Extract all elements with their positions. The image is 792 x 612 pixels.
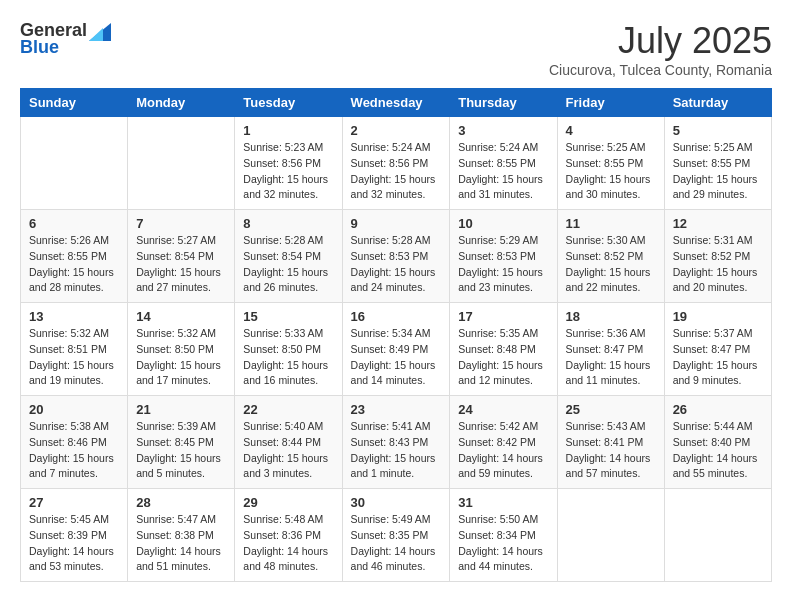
day-details: Sunrise: 5:28 AM Sunset: 8:53 PM Dayligh…: [351, 233, 442, 296]
day-details: Sunrise: 5:39 AM Sunset: 8:45 PM Dayligh…: [136, 419, 226, 482]
calendar-cell: 30Sunrise: 5:49 AM Sunset: 8:35 PM Dayli…: [342, 489, 450, 582]
day-details: Sunrise: 5:26 AM Sunset: 8:55 PM Dayligh…: [29, 233, 119, 296]
calendar-week-row: 27Sunrise: 5:45 AM Sunset: 8:39 PM Dayli…: [21, 489, 772, 582]
calendar-header-saturday: Saturday: [664, 89, 771, 117]
day-details: Sunrise: 5:23 AM Sunset: 8:56 PM Dayligh…: [243, 140, 333, 203]
calendar-cell: [557, 489, 664, 582]
month-title: July 2025: [549, 20, 772, 62]
day-details: Sunrise: 5:24 AM Sunset: 8:56 PM Dayligh…: [351, 140, 442, 203]
day-details: Sunrise: 5:50 AM Sunset: 8:34 PM Dayligh…: [458, 512, 548, 575]
day-number: 15: [243, 309, 333, 324]
day-number: 18: [566, 309, 656, 324]
day-number: 21: [136, 402, 226, 417]
day-details: Sunrise: 5:34 AM Sunset: 8:49 PM Dayligh…: [351, 326, 442, 389]
calendar-cell: 17Sunrise: 5:35 AM Sunset: 8:48 PM Dayli…: [450, 303, 557, 396]
logo-icon: [89, 23, 111, 41]
day-number: 17: [458, 309, 548, 324]
day-details: Sunrise: 5:47 AM Sunset: 8:38 PM Dayligh…: [136, 512, 226, 575]
day-details: Sunrise: 5:49 AM Sunset: 8:35 PM Dayligh…: [351, 512, 442, 575]
calendar-cell: 21Sunrise: 5:39 AM Sunset: 8:45 PM Dayli…: [128, 396, 235, 489]
calendar-cell: 16Sunrise: 5:34 AM Sunset: 8:49 PM Dayli…: [342, 303, 450, 396]
day-details: Sunrise: 5:25 AM Sunset: 8:55 PM Dayligh…: [566, 140, 656, 203]
logo-blue-text: Blue: [20, 37, 59, 58]
day-details: Sunrise: 5:42 AM Sunset: 8:42 PM Dayligh…: [458, 419, 548, 482]
day-details: Sunrise: 5:31 AM Sunset: 8:52 PM Dayligh…: [673, 233, 763, 296]
calendar-week-row: 13Sunrise: 5:32 AM Sunset: 8:51 PM Dayli…: [21, 303, 772, 396]
calendar-cell: 10Sunrise: 5:29 AM Sunset: 8:53 PM Dayli…: [450, 210, 557, 303]
calendar-cell: 6Sunrise: 5:26 AM Sunset: 8:55 PM Daylig…: [21, 210, 128, 303]
day-number: 31: [458, 495, 548, 510]
day-number: 12: [673, 216, 763, 231]
day-number: 7: [136, 216, 226, 231]
day-details: Sunrise: 5:38 AM Sunset: 8:46 PM Dayligh…: [29, 419, 119, 482]
day-details: Sunrise: 5:41 AM Sunset: 8:43 PM Dayligh…: [351, 419, 442, 482]
logo: General Blue: [20, 20, 111, 58]
day-number: 26: [673, 402, 763, 417]
day-details: Sunrise: 5:32 AM Sunset: 8:50 PM Dayligh…: [136, 326, 226, 389]
day-number: 23: [351, 402, 442, 417]
day-details: Sunrise: 5:27 AM Sunset: 8:54 PM Dayligh…: [136, 233, 226, 296]
calendar-week-row: 20Sunrise: 5:38 AM Sunset: 8:46 PM Dayli…: [21, 396, 772, 489]
calendar-week-row: 1Sunrise: 5:23 AM Sunset: 8:56 PM Daylig…: [21, 117, 772, 210]
day-number: 9: [351, 216, 442, 231]
day-details: Sunrise: 5:48 AM Sunset: 8:36 PM Dayligh…: [243, 512, 333, 575]
day-number: 20: [29, 402, 119, 417]
calendar-cell: 24Sunrise: 5:42 AM Sunset: 8:42 PM Dayli…: [450, 396, 557, 489]
calendar-header-sunday: Sunday: [21, 89, 128, 117]
day-number: 8: [243, 216, 333, 231]
location-text: Ciucurova, Tulcea County, Romania: [549, 62, 772, 78]
day-details: Sunrise: 5:40 AM Sunset: 8:44 PM Dayligh…: [243, 419, 333, 482]
day-number: 10: [458, 216, 548, 231]
calendar-cell: [664, 489, 771, 582]
day-details: Sunrise: 5:35 AM Sunset: 8:48 PM Dayligh…: [458, 326, 548, 389]
day-details: Sunrise: 5:32 AM Sunset: 8:51 PM Dayligh…: [29, 326, 119, 389]
day-details: Sunrise: 5:30 AM Sunset: 8:52 PM Dayligh…: [566, 233, 656, 296]
calendar-cell: 4Sunrise: 5:25 AM Sunset: 8:55 PM Daylig…: [557, 117, 664, 210]
day-details: Sunrise: 5:43 AM Sunset: 8:41 PM Dayligh…: [566, 419, 656, 482]
day-number: 2: [351, 123, 442, 138]
day-number: 1: [243, 123, 333, 138]
calendar-header-monday: Monday: [128, 89, 235, 117]
day-number: 25: [566, 402, 656, 417]
calendar-body: 1Sunrise: 5:23 AM Sunset: 8:56 PM Daylig…: [21, 117, 772, 582]
day-number: 19: [673, 309, 763, 324]
day-details: Sunrise: 5:29 AM Sunset: 8:53 PM Dayligh…: [458, 233, 548, 296]
calendar-cell: 7Sunrise: 5:27 AM Sunset: 8:54 PM Daylig…: [128, 210, 235, 303]
day-details: Sunrise: 5:33 AM Sunset: 8:50 PM Dayligh…: [243, 326, 333, 389]
title-block: July 2025 Ciucurova, Tulcea County, Roma…: [549, 20, 772, 78]
day-number: 6: [29, 216, 119, 231]
calendar-cell: 29Sunrise: 5:48 AM Sunset: 8:36 PM Dayli…: [235, 489, 342, 582]
calendar-header-row: SundayMondayTuesdayWednesdayThursdayFrid…: [21, 89, 772, 117]
calendar-cell: 11Sunrise: 5:30 AM Sunset: 8:52 PM Dayli…: [557, 210, 664, 303]
day-details: Sunrise: 5:36 AM Sunset: 8:47 PM Dayligh…: [566, 326, 656, 389]
calendar-cell: 14Sunrise: 5:32 AM Sunset: 8:50 PM Dayli…: [128, 303, 235, 396]
calendar-header-thursday: Thursday: [450, 89, 557, 117]
calendar-cell: 9Sunrise: 5:28 AM Sunset: 8:53 PM Daylig…: [342, 210, 450, 303]
day-number: 5: [673, 123, 763, 138]
calendar-cell: 25Sunrise: 5:43 AM Sunset: 8:41 PM Dayli…: [557, 396, 664, 489]
calendar-week-row: 6Sunrise: 5:26 AM Sunset: 8:55 PM Daylig…: [21, 210, 772, 303]
calendar-header-friday: Friday: [557, 89, 664, 117]
day-details: Sunrise: 5:37 AM Sunset: 8:47 PM Dayligh…: [673, 326, 763, 389]
calendar-table: SundayMondayTuesdayWednesdayThursdayFrid…: [20, 88, 772, 582]
day-number: 29: [243, 495, 333, 510]
day-number: 11: [566, 216, 656, 231]
calendar-cell: 27Sunrise: 5:45 AM Sunset: 8:39 PM Dayli…: [21, 489, 128, 582]
day-number: 13: [29, 309, 119, 324]
calendar-header-tuesday: Tuesday: [235, 89, 342, 117]
day-number: 4: [566, 123, 656, 138]
day-number: 28: [136, 495, 226, 510]
calendar-cell: 5Sunrise: 5:25 AM Sunset: 8:55 PM Daylig…: [664, 117, 771, 210]
calendar-cell: 19Sunrise: 5:37 AM Sunset: 8:47 PM Dayli…: [664, 303, 771, 396]
day-number: 22: [243, 402, 333, 417]
calendar-cell: [128, 117, 235, 210]
calendar-cell: 22Sunrise: 5:40 AM Sunset: 8:44 PM Dayli…: [235, 396, 342, 489]
day-number: 24: [458, 402, 548, 417]
svg-marker-1: [89, 28, 103, 41]
calendar-cell: 31Sunrise: 5:50 AM Sunset: 8:34 PM Dayli…: [450, 489, 557, 582]
calendar-cell: 23Sunrise: 5:41 AM Sunset: 8:43 PM Dayli…: [342, 396, 450, 489]
calendar-header-wednesday: Wednesday: [342, 89, 450, 117]
day-details: Sunrise: 5:25 AM Sunset: 8:55 PM Dayligh…: [673, 140, 763, 203]
calendar-cell: 28Sunrise: 5:47 AM Sunset: 8:38 PM Dayli…: [128, 489, 235, 582]
calendar-cell: 12Sunrise: 5:31 AM Sunset: 8:52 PM Dayli…: [664, 210, 771, 303]
